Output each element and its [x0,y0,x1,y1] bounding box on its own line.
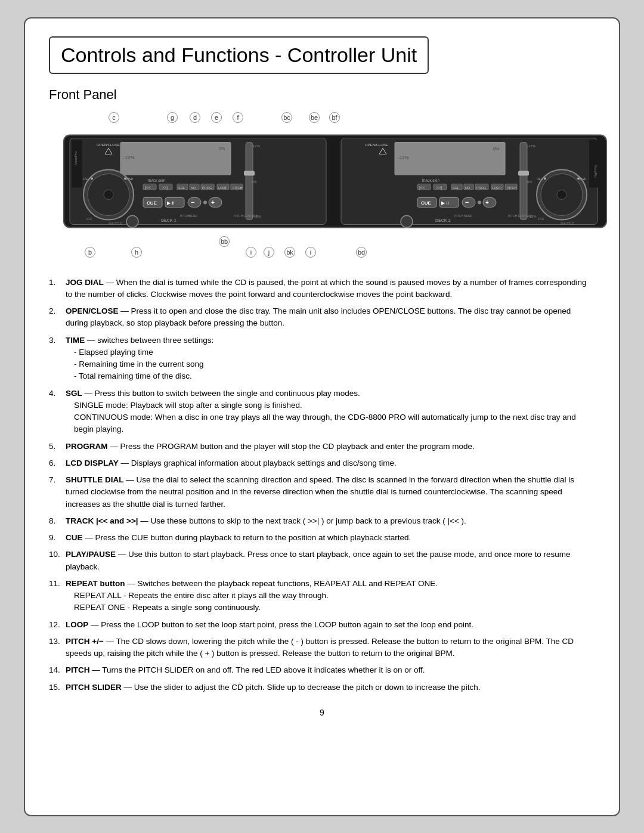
svg-text:0%: 0% [219,146,225,150]
item-num-10: 10. [49,549,60,561]
label-be: be [309,112,320,123]
svg-text:CUE: CUE [147,200,157,205]
svg-text:VocoPro: VocoPro [74,151,78,165]
svg-point-64 [544,177,546,179]
svg-text:VocoPro: VocoPro [594,165,597,178]
svg-text:NO: NO [465,185,470,189]
list-item-2: 2. OPEN/CLOSE — Press it to open and clo… [49,305,595,330]
item-num-11: 11. [49,578,60,590]
svg-point-51 [126,215,138,227]
svg-text:PITCHBEND: PITCHBEND [180,213,197,217]
svg-text:PITCH CONTROL: PITCH CONTROL [508,213,532,217]
item-num-5: 5. [49,441,55,453]
list-item-15: 15. PITCH SLIDER — Use the slider to adj… [49,682,595,693]
label-bb: bb [219,236,230,247]
item-bold-2: OPEN/CLOSE [66,306,119,315]
item-bold-15: PITCH SLIDER [66,683,122,692]
svg-text:-12%: -12% [398,154,409,160]
sub-item-11-1: REPEAT ALL - Repeats the entire disc aft… [66,590,595,602]
sub-item-4-2: CONTINUOUS mode: When a disc in one tray… [66,411,595,436]
item-num-7: 7. [49,474,55,486]
svg-text:0%: 0% [493,146,499,150]
svg-point-61 [557,190,566,199]
item-bold-4: SGL [66,389,82,398]
svg-text:>>|: >>| [162,185,168,190]
svg-rect-91 [518,171,529,175]
svg-text:SHUTTLE: SHUTTLE [109,221,122,225]
svg-text:0%: 0% [252,179,257,183]
svg-point-38 [203,200,207,204]
item-num-2: 2. [49,305,55,317]
content-list: 1. JOG DIAL — When the dial is turned wh… [49,277,595,693]
label-f: f [233,112,243,123]
svg-text:-12%: -12% [123,154,135,160]
list-item-13: 13. PITCH +/− — The CD slows down, lower… [49,636,595,660]
svg-point-12 [104,190,113,199]
label-i2: i [305,247,316,258]
svg-text:REV: REV [83,176,90,180]
item-bold-13: PITCH +/− [66,637,104,646]
item-num-1: 1. [49,277,55,289]
svg-text:-12%: -12% [252,144,261,147]
list-item-10: 10. PLAY/PAUSE — Use this button to star… [49,549,595,573]
svg-text:−: − [465,198,469,205]
item-num-12: 12. [49,619,60,631]
svg-text:PITCH CONTROL: PITCH CONTROL [234,213,258,217]
sub-item-3-1: - Elapsed playing time [66,346,595,358]
svg-text:OPEN/CLOSE: OPEN/CLOSE [365,143,388,146]
svg-text:OPEN/CLOSE: OPEN/CLOSE [97,143,120,146]
svg-text:PROG: PROG [202,185,212,189]
svg-rect-42 [244,171,255,175]
page-container: Controls and Functions - Controller Unit… [24,17,620,816]
device-diagram: VocoPro OPEN/CLOSE -12% 0% REV FWD [61,128,609,238]
svg-text:DECK 1: DECK 1 [161,218,177,222]
label-g: g [167,112,178,123]
label-j: j [264,247,274,258]
item-num-9: 9. [49,532,55,544]
list-item-9: 9. CUE — Press the CUE button during pla… [49,532,595,544]
svg-text:SGL: SGL [178,185,185,189]
item-bold-3: TIME [66,336,85,345]
label-bk: bk [284,247,295,258]
label-d: d [190,112,200,123]
svg-point-16 [124,177,126,179]
list-item-6: 6. LCD DISPLAY — Displays graphical info… [49,457,595,469]
label-i1: i [246,247,256,258]
svg-text:PITCH: PITCH [233,185,243,189]
list-item-5: 5. PROGRAM — Press the PROGRAM button an… [49,441,595,453]
item-bold-7: SHUTTLE DIAL [66,475,124,484]
label-bc: bc [281,112,292,123]
svg-text:|<<: |<< [145,185,151,190]
item-num-8: 8. [49,515,55,527]
list-item-8: 8. TRACK |<< and >>| — Use these buttons… [49,515,595,527]
item-bold-11: REPEAT button [66,579,125,588]
svg-text:DECK 2: DECK 2 [435,218,451,222]
front-panel-title: Front Panel [49,87,595,103]
item-num-6: 6. [49,457,55,469]
page-number: 9 [49,708,595,717]
svg-text:SGL: SGL [453,185,459,189]
sub-item-11-2: REPEAT ONE - Repeats a single song conti… [66,602,595,614]
svg-rect-52 [589,140,600,187]
label-h: h [131,247,142,258]
item-bold-6: LCD DISPLAY [66,459,119,467]
page-title: Controls and Functions - Controller Unit [49,36,429,74]
item-num-4: 4. [49,388,55,400]
svg-text:TRACK SKIP: TRACK SKIP [147,178,165,182]
svg-text:0%: 0% [527,179,532,183]
sub-item-4-1: SINGLE mode: Playback will stop after a … [66,400,595,411]
list-item-12: 12. LOOP — Press the LOOP button to set … [49,619,595,631]
sub-item-3-2: - Remaining time in the current song [66,358,595,370]
svg-text:PITCH: PITCH [507,185,517,189]
svg-text:PROG: PROG [476,185,486,189]
svg-text:JOG: JOG [538,216,544,220]
label-bf: bf [329,112,340,123]
svg-text:>>|: >>| [436,185,442,190]
svg-text:LOOP: LOOP [218,185,228,189]
svg-rect-56 [395,142,505,175]
svg-text:LOOP: LOOP [493,185,502,189]
list-item-1: 1. JOG DIAL — When the dial is turned wh… [49,277,595,301]
item-bold-12: LOOP [66,620,88,629]
item-bold-10: PLAY/PAUSE [66,550,116,559]
item-num-3: 3. [49,335,55,346]
